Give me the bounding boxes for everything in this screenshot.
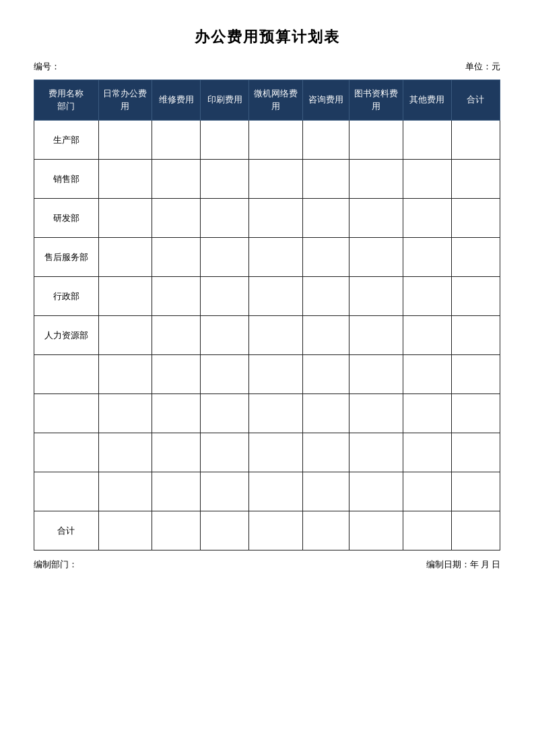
col-consult-header: 咨询费用 [303, 80, 349, 121]
value-cell [98, 472, 152, 511]
value-cell [152, 394, 201, 433]
table-row: 售后服务部 [34, 238, 500, 277]
value-cell [451, 160, 500, 199]
biaohao-label: 编号： [34, 61, 60, 73]
value-cell [349, 121, 403, 160]
value-cell [201, 121, 249, 160]
table-row: 合计 [34, 511, 500, 550]
value-cell [451, 472, 500, 511]
value-cell [249, 238, 303, 277]
value-cell [303, 316, 349, 355]
value-cell [451, 394, 500, 433]
value-cell [303, 160, 349, 199]
value-cell [403, 238, 451, 277]
value-cell [303, 355, 349, 394]
value-cell [249, 277, 303, 316]
value-cell [98, 238, 152, 277]
value-cell [349, 394, 403, 433]
value-cell [303, 433, 349, 472]
table-row: 行政部 [34, 277, 500, 316]
col-repair-header: 维修费用 [152, 80, 201, 121]
value-cell [98, 433, 152, 472]
value-cell [349, 277, 403, 316]
col-daily-header: 日常办公费用 [98, 80, 152, 121]
dept-cell: 人力资源部 [34, 316, 99, 355]
value-cell [201, 160, 249, 199]
dept-cell: 售后服务部 [34, 238, 99, 277]
value-cell [201, 238, 249, 277]
value-cell [249, 511, 303, 550]
value-cell [349, 238, 403, 277]
value-cell [451, 121, 500, 160]
col-other-header: 其他费用 [403, 80, 451, 121]
value-cell [303, 121, 349, 160]
dept-cell: 合计 [34, 511, 99, 550]
dept-cell [34, 355, 99, 394]
value-cell [349, 160, 403, 199]
value-cell [451, 511, 500, 550]
value-cell [349, 355, 403, 394]
value-cell [201, 277, 249, 316]
dept-cell [34, 433, 99, 472]
value-cell [303, 238, 349, 277]
value-cell [403, 199, 451, 238]
value-cell [249, 121, 303, 160]
value-cell [403, 511, 451, 550]
value-cell [201, 433, 249, 472]
table-row [34, 355, 500, 394]
col-total-header: 合计 [451, 80, 500, 121]
value-cell [451, 355, 500, 394]
value-cell [98, 277, 152, 316]
value-cell [451, 277, 500, 316]
value-cell [152, 277, 201, 316]
value-cell [403, 394, 451, 433]
value-cell [152, 511, 201, 550]
table-row: 人力资源部 [34, 316, 500, 355]
value-cell [403, 316, 451, 355]
value-cell [98, 355, 152, 394]
value-cell [201, 316, 249, 355]
value-cell [403, 160, 451, 199]
table-row [34, 472, 500, 511]
value-cell [403, 355, 451, 394]
table-row: 研发部 [34, 199, 500, 238]
value-cell [349, 316, 403, 355]
value-cell [249, 160, 303, 199]
dept-cell: 行政部 [34, 277, 99, 316]
value-cell [98, 121, 152, 160]
value-cell [349, 472, 403, 511]
value-cell [403, 121, 451, 160]
value-cell [98, 199, 152, 238]
value-cell [201, 394, 249, 433]
value-cell [303, 277, 349, 316]
value-cell [249, 433, 303, 472]
col-network-header: 微机网络费用 [249, 80, 303, 121]
value-cell [98, 316, 152, 355]
dept-cell: 生产部 [34, 121, 99, 160]
value-cell [152, 316, 201, 355]
value-cell [249, 472, 303, 511]
page-title: 办公费用预算计划表 [34, 27, 500, 47]
value-cell [349, 511, 403, 550]
value-cell [98, 160, 152, 199]
value-cell [152, 472, 201, 511]
value-cell [451, 433, 500, 472]
footer-dept-label: 编制部门： [34, 559, 77, 571]
value-cell [451, 199, 500, 238]
danwei-label: 单位：元 [465, 61, 500, 73]
value-cell [152, 355, 201, 394]
value-cell [201, 355, 249, 394]
value-cell [201, 511, 249, 550]
value-cell [152, 121, 201, 160]
value-cell [152, 160, 201, 199]
value-cell [98, 394, 152, 433]
value-cell [403, 472, 451, 511]
dept-cell: 研发部 [34, 199, 99, 238]
footer-date-label: 编制日期：年 月 日 [426, 559, 501, 571]
dept-cell [34, 394, 99, 433]
value-cell [249, 199, 303, 238]
value-cell [249, 394, 303, 433]
value-cell [249, 355, 303, 394]
value-cell [249, 316, 303, 355]
value-cell [349, 433, 403, 472]
